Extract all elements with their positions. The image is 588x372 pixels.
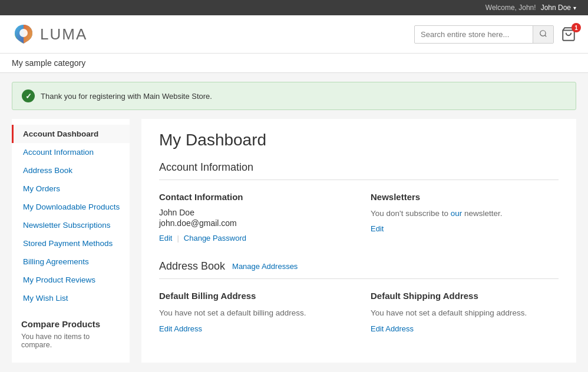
account-info-section-header: Account Information [159, 161, 559, 180]
action-separator: | [177, 234, 179, 243]
edit-contact-link[interactable]: Edit [159, 234, 172, 243]
content-area: My Dashboard Account Information Contact… [141, 119, 576, 363]
svg-point-0 [19, 29, 28, 37]
sidebar-item-wish-list[interactable]: My Wish List [12, 289, 130, 307]
sidebar-item-downloadable-products[interactable]: My Downloadable Products [12, 198, 130, 216]
cart-icon[interactable]: 1 [561, 26, 576, 42]
top-bar: Welcome, John! John Doe ▾ [0, 0, 588, 15]
billing-actions: Edit Address [159, 324, 347, 333]
address-book-heading: Address Book [159, 260, 225, 273]
search-input[interactable] [415, 26, 533, 42]
user-email: john.doe@gmail.com [159, 218, 347, 228]
sidebar-item-account-dashboard[interactable]: Account Dashboard [12, 125, 130, 143]
newsletters-title: Newsletters [371, 192, 559, 202]
user-name: John Doe [541, 4, 571, 12]
sidebar-item-billing-agreements[interactable]: Billing Agreements [12, 253, 130, 271]
svg-line-2 [545, 35, 547, 36]
shipping-actions: Edit Address [371, 324, 559, 333]
default-shipping-title: Default Shipping Address [371, 291, 559, 301]
sidebar-item-my-orders[interactable]: My Orders [12, 180, 130, 198]
user-menu[interactable]: John Doe ▾ [541, 4, 576, 12]
edit-shipping-link[interactable]: Edit Address [371, 324, 414, 333]
sidebar-item-newsletter-subscriptions[interactable]: Newsletter Subscriptions [12, 216, 130, 234]
logo-text: LUMA [40, 25, 87, 44]
account-info-heading: Account Information [159, 161, 253, 174]
welcome-text: Welcome, John! [485, 4, 536, 12]
chevron-down-icon: ▾ [573, 5, 576, 11]
main-layout: Account Dashboard Account Information Ad… [12, 119, 576, 363]
account-info-columns: Contact Information John Doe john.doe@gm… [159, 192, 559, 243]
contact-info-actions: Edit | Change Password [159, 234, 347, 243]
newsletters-actions: Edit [371, 224, 559, 233]
contact-info-title: Contact Information [159, 192, 347, 202]
default-billing-col: Default Billing Address You have not set… [159, 291, 347, 333]
change-password-link[interactable]: Change Password [184, 234, 246, 243]
edit-newsletter-link[interactable]: Edit [371, 224, 384, 233]
sidebar-item-account-information[interactable]: Account Information [12, 143, 130, 161]
newsletters-col: Newsletters You don't subscribe to our n… [371, 192, 559, 243]
compare-products-title: Compare Products [12, 307, 130, 333]
manage-addresses-link[interactable]: Manage Addresses [232, 262, 298, 271]
success-icon [22, 89, 35, 102]
sidebar-item-product-reviews[interactable]: My Product Reviews [12, 271, 130, 289]
address-book-section-header: Address Book Manage Addresses [159, 260, 559, 279]
default-billing-title: Default Billing Address [159, 291, 347, 301]
address-book-columns: Default Billing Address You have not set… [159, 291, 559, 333]
header: LUMA 1 [0, 15, 588, 54]
search-icon [539, 29, 547, 38]
default-billing-text: You have not set a default billing addre… [159, 307, 347, 320]
page-title: My Dashboard [159, 131, 559, 150]
header-right: 1 [414, 25, 576, 44]
sidebar: Account Dashboard Account Information Ad… [12, 119, 130, 363]
nav-bar[interactable]: My sample category [0, 54, 588, 73]
nav-category[interactable]: My sample category [12, 58, 85, 68]
search-button[interactable] [533, 26, 553, 43]
our-newsletter-link[interactable]: our [451, 209, 463, 218]
search-box[interactable] [414, 25, 554, 44]
compare-products-text: You have no items to compare. [12, 333, 130, 349]
sidebar-item-address-book[interactable]: Address Book [12, 161, 130, 180]
success-message: Thank you for registering with Main Webs… [12, 82, 576, 110]
sidebar-item-stored-payment-methods[interactable]: Stored Payment Methods [12, 234, 130, 253]
user-full-name: John Doe [159, 208, 347, 217]
default-shipping-text: You have not set a default shipping addr… [371, 307, 559, 320]
contact-info-col: Contact Information John Doe john.doe@gm… [159, 192, 347, 243]
cart-badge: 1 [572, 23, 581, 32]
default-shipping-col: Default Shipping Address You have not se… [371, 291, 559, 333]
svg-point-1 [540, 30, 546, 35]
success-text: Thank you for registering with Main Webs… [41, 92, 212, 101]
logo-area[interactable]: LUMA [12, 22, 87, 46]
newsletters-text: You don't subscribe to our newsletter. [371, 208, 559, 220]
logo-icon [12, 22, 35, 46]
edit-billing-link[interactable]: Edit Address [159, 324, 202, 333]
